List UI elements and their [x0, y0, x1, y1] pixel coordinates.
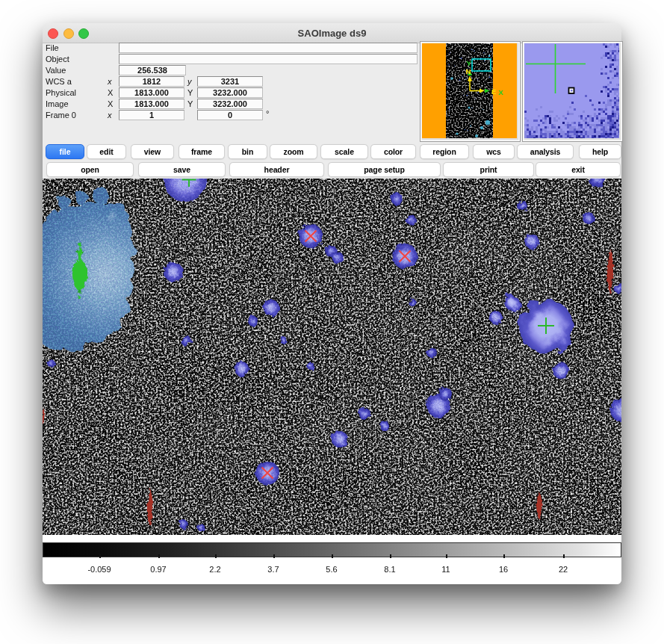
- svg-text:Y: Y: [467, 59, 472, 67]
- svg-text:X: X: [499, 88, 504, 96]
- svg-text:E: E: [491, 87, 496, 96]
- svg-text:N: N: [466, 67, 471, 75]
